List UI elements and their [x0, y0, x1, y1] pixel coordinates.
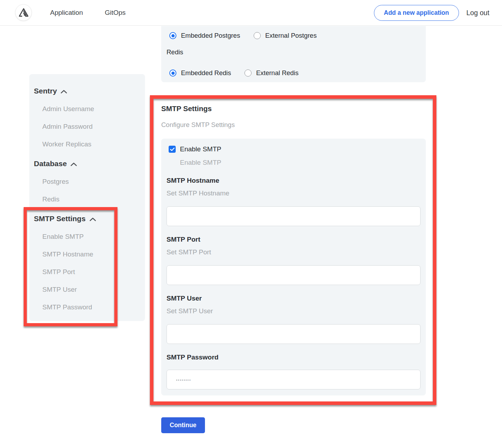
radio-unchecked-icon: [254, 32, 261, 39]
radio-label: Embedded Redis: [181, 69, 231, 77]
smtp-port-label: SMTP Port: [167, 236, 421, 243]
sidebar-item-redis[interactable]: Redis: [42, 195, 145, 203]
radio-checked-icon: [169, 69, 176, 77]
sidebar-item-smtp-hostname[interactable]: SMTP Hostname: [42, 250, 145, 258]
config-sidebar: Sentry Admin Username Admin Password Wor…: [29, 74, 145, 321]
radio-external-redis[interactable]: External Redis: [244, 69, 298, 77]
radio-embedded-redis[interactable]: Embedded Redis: [169, 69, 231, 77]
nav-tab-application[interactable]: Application: [50, 0, 83, 25]
enable-smtp-checkbox-row[interactable]: Enable SMTP: [169, 145, 421, 153]
config-page: Application GitOps Add a new application…: [0, 0, 502, 448]
nav-tab-gitops[interactable]: GitOps: [105, 0, 126, 25]
sidebar-section-title: Database: [34, 159, 67, 168]
smtp-password-label: SMTP Password: [167, 353, 421, 361]
chevron-up-icon: [60, 90, 67, 94]
smtp-hostname-label: SMTP Hostname: [167, 177, 421, 184]
sidebar-item-postgres[interactable]: Postgres: [42, 178, 145, 186]
sidebar-item-worker-replicas[interactable]: Worker Replicas: [42, 140, 145, 148]
top-nav-bar: Application GitOps Add a new application…: [0, 0, 502, 26]
chevron-up-icon: [89, 217, 96, 222]
sidebar-section-title: SMTP Settings: [34, 214, 86, 223]
checkbox-checked-icon[interactable]: [169, 146, 176, 153]
radio-checked-icon: [169, 32, 176, 39]
sidebar-item-smtp-port[interactable]: SMTP Port: [42, 268, 145, 276]
radio-label: Embedded Postgres: [181, 32, 240, 40]
enable-smtp-helper-text: Enable SMTP: [180, 159, 421, 166]
sidebar-item-smtp-user[interactable]: SMTP User: [42, 286, 145, 293]
smtp-card-title: SMTP Settings: [161, 104, 212, 113]
sidebar-item-smtp-password[interactable]: SMTP Password: [42, 303, 145, 311]
postgres-radio-group: Embedded Postgres External Postgres: [169, 32, 317, 40]
smtp-hostname-helper: Set SMTP Hostname: [167, 189, 421, 197]
smtp-card-subtitle: Configure SMTP Settings: [161, 121, 235, 129]
smtp-user-input[interactable]: [167, 324, 421, 344]
radio-label: External Postgres: [265, 32, 317, 40]
chevron-up-icon: [70, 162, 77, 167]
sidebar-item-admin-username[interactable]: Admin Username: [42, 105, 145, 113]
sidebar-section-database[interactable]: Database: [34, 159, 145, 168]
sidebar-item-admin-password[interactable]: Admin Password: [42, 123, 145, 131]
smtp-form-panel: Enable SMTP Enable SMTP SMTP Hostname Se…: [161, 139, 426, 395]
sidebar-section-title: Sentry: [34, 87, 57, 95]
continue-button[interactable]: Continue: [161, 417, 205, 433]
sidebar-item-enable-smtp[interactable]: Enable SMTP: [42, 233, 145, 241]
sidebar-section-smtp-settings[interactable]: SMTP Settings: [34, 214, 145, 223]
add-new-application-button[interactable]: Add a new application: [374, 5, 459, 21]
smtp-port-helper: Set SMTP Port: [167, 248, 421, 256]
smtp-user-label: SMTP User: [167, 295, 421, 302]
redis-group-label: Redis: [167, 48, 183, 56]
radio-unchecked-icon: [244, 69, 252, 77]
smtp-hostname-input[interactable]: [167, 206, 421, 226]
sentry-logo-icon[interactable]: [15, 4, 32, 21]
smtp-password-input[interactable]: [167, 370, 421, 389]
redis-radio-group: Embedded Redis External Redis: [169, 69, 298, 77]
database-config-panel: Embedded Postgres External Postgres Redi…: [161, 26, 426, 82]
smtp-user-helper: Set SMTP User: [167, 307, 421, 315]
sidebar-section-sentry[interactable]: Sentry: [34, 87, 145, 95]
enable-smtp-label: Enable SMTP: [180, 145, 221, 153]
logout-link[interactable]: Log out: [466, 0, 489, 25]
radio-embedded-postgres[interactable]: Embedded Postgres: [169, 32, 240, 40]
smtp-port-input[interactable]: [167, 265, 421, 285]
radio-external-postgres[interactable]: External Postgres: [254, 32, 317, 40]
sentry-logo-glyph: [18, 7, 29, 18]
radio-label: External Redis: [256, 69, 298, 77]
